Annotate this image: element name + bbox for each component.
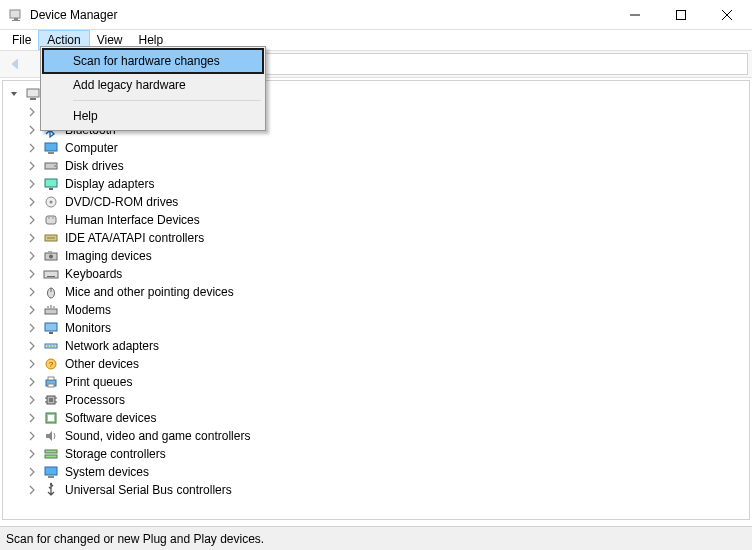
chevron-right-icon[interactable] xyxy=(25,339,39,353)
tree-item[interactable]: Network adapters xyxy=(25,337,749,355)
svg-rect-12 xyxy=(48,152,54,154)
tree-item[interactable]: ?Other devices xyxy=(25,355,749,373)
chevron-right-icon[interactable] xyxy=(25,231,39,245)
tree-item[interactable]: Disk drives xyxy=(25,157,749,175)
cpu-icon xyxy=(43,392,59,408)
tree-item[interactable]: Sound, video and game controllers xyxy=(25,427,749,445)
other-icon: ? xyxy=(43,356,59,372)
action-dropdown: Scan for hardware changes Add legacy har… xyxy=(40,46,266,131)
back-button[interactable] xyxy=(4,52,28,76)
tree-item-label: Other devices xyxy=(65,357,139,371)
mouse-icon xyxy=(43,284,59,300)
tree-item[interactable]: Display adapters xyxy=(25,175,749,193)
chevron-right-icon[interactable] xyxy=(25,447,39,461)
chevron-right-icon[interactable] xyxy=(25,141,39,155)
display-icon xyxy=(43,176,59,192)
svg-rect-15 xyxy=(45,179,57,187)
svg-rect-0 xyxy=(10,10,20,18)
tree-item-label: Software devices xyxy=(65,411,156,425)
tree-item-label: Imaging devices xyxy=(65,249,152,263)
chevron-right-icon[interactable] xyxy=(25,123,39,137)
chevron-right-icon[interactable] xyxy=(25,429,39,443)
svg-rect-26 xyxy=(48,251,52,253)
svg-rect-55 xyxy=(48,476,54,478)
chevron-right-icon[interactable] xyxy=(25,213,39,227)
ide-icon xyxy=(43,230,59,246)
svg-rect-43 xyxy=(48,384,54,387)
tree-item[interactable]: Imaging devices xyxy=(25,247,749,265)
svg-point-21 xyxy=(52,217,53,218)
minimize-button[interactable] xyxy=(612,0,658,30)
svg-rect-29 xyxy=(47,276,55,277)
tree-item[interactable]: Print queues xyxy=(25,373,749,391)
tree-item-label: Modems xyxy=(65,303,111,317)
sound-icon xyxy=(43,428,59,444)
chevron-right-icon[interactable] xyxy=(25,177,39,191)
chevron-right-icon[interactable] xyxy=(25,483,39,497)
chevron-right-icon[interactable] xyxy=(25,159,39,173)
titlebar: Device Manager xyxy=(0,0,752,30)
tree-item[interactable]: Storage controllers xyxy=(25,445,749,463)
svg-point-20 xyxy=(48,217,49,218)
tree-item-label: Computer xyxy=(65,141,118,155)
close-button[interactable] xyxy=(704,0,750,30)
tree-item[interactable]: DVD/CD-ROM drives xyxy=(25,193,749,211)
tree-item-label: Display adapters xyxy=(65,177,154,191)
chevron-right-icon[interactable] xyxy=(25,465,39,479)
svg-rect-1 xyxy=(14,18,18,20)
tree-item[interactable]: Modems xyxy=(25,301,749,319)
tree-item-label: Network adapters xyxy=(65,339,159,353)
tree-item-label: Human Interface Devices xyxy=(65,213,200,227)
tree-item[interactable]: Software devices xyxy=(25,409,749,427)
svg-rect-45 xyxy=(49,398,53,402)
computer-root-icon xyxy=(25,86,41,102)
chevron-down-icon[interactable] xyxy=(7,87,21,101)
tree-item[interactable]: Mice and other pointing devices xyxy=(25,283,749,301)
svg-rect-7 xyxy=(27,89,39,97)
system-icon xyxy=(43,464,59,480)
tree-item[interactable]: Processors xyxy=(25,391,749,409)
tree-item-label: Monitors xyxy=(65,321,111,335)
chevron-right-icon[interactable] xyxy=(25,411,39,425)
svg-point-36 xyxy=(47,345,49,347)
chevron-right-icon[interactable] xyxy=(25,357,39,371)
tree-item[interactable]: Universal Serial Bus controllers xyxy=(25,481,749,499)
modem-icon xyxy=(43,302,59,318)
tree-item[interactable]: Monitors xyxy=(25,319,749,337)
svg-rect-34 xyxy=(49,332,53,334)
menu-add-legacy[interactable]: Add legacy hardware xyxy=(43,73,263,97)
maximize-button[interactable] xyxy=(658,0,704,30)
svg-rect-16 xyxy=(49,188,53,190)
tree-item-label: Mice and other pointing devices xyxy=(65,285,234,299)
svg-text:?: ? xyxy=(49,360,54,369)
chevron-right-icon[interactable] xyxy=(25,285,39,299)
svg-point-37 xyxy=(50,345,52,347)
imaging-icon xyxy=(43,248,59,264)
statusbar-text: Scan for changed or new Plug and Play de… xyxy=(6,532,264,546)
menu-file[interactable]: File xyxy=(4,31,39,49)
tree-item-label: Keyboards xyxy=(65,267,122,281)
chevron-right-icon[interactable] xyxy=(25,267,39,281)
chevron-right-icon[interactable] xyxy=(25,195,39,209)
chevron-right-icon[interactable] xyxy=(25,321,39,335)
tree-item[interactable]: IDE ATA/ATAPI controllers xyxy=(25,229,749,247)
chevron-right-icon[interactable] xyxy=(25,303,39,317)
tree-item[interactable]: Keyboards xyxy=(25,265,749,283)
menu-help-item[interactable]: Help xyxy=(43,104,263,128)
chevron-right-icon[interactable] xyxy=(25,393,39,407)
app-icon xyxy=(8,7,24,23)
tree-item[interactable]: Computer xyxy=(25,139,749,157)
tree-item-label: Sound, video and game controllers xyxy=(65,429,250,443)
svg-rect-19 xyxy=(46,216,56,224)
chevron-right-icon[interactable] xyxy=(25,249,39,263)
chevron-right-icon[interactable] xyxy=(25,105,39,119)
monitor-icon xyxy=(43,320,59,336)
computer-icon xyxy=(43,140,59,156)
tree-item[interactable]: Human Interface Devices xyxy=(25,211,749,229)
software-icon xyxy=(43,410,59,426)
menu-scan-hardware[interactable]: Scan for hardware changes xyxy=(43,49,263,73)
svg-rect-33 xyxy=(45,323,57,331)
tree-item-label: Print queues xyxy=(65,375,132,389)
chevron-right-icon[interactable] xyxy=(25,375,39,389)
tree-item[interactable]: System devices xyxy=(25,463,749,481)
